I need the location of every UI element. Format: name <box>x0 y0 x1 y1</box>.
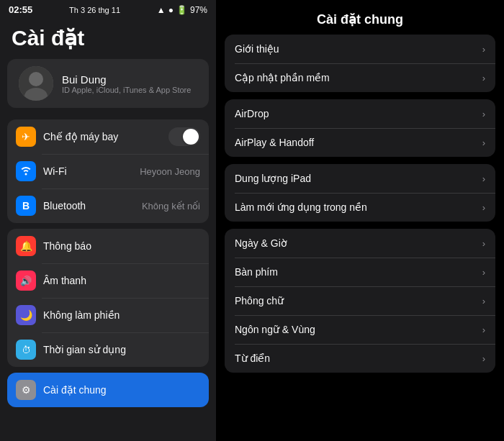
right-item-storage[interactable]: Dung lượng iPad › <box>225 164 495 193</box>
toggle-thumb <box>183 129 199 145</box>
storage-label: Dung lượng iPad <box>235 173 311 184</box>
user-info: Bui Dung ID Apple, iCloud, iTunes & App … <box>62 73 191 94</box>
right-item-airdrop[interactable]: AirDrop › <box>225 99 495 128</box>
battery-icon: 🔋 <box>176 5 187 15</box>
screentime-icon: ⏱ <box>22 345 31 355</box>
settings-item-sound[interactable]: 🔊 Âm thanh <box>7 263 209 298</box>
wifi-icon <box>20 165 32 178</box>
general-label: Cài đặt chung <box>43 384 200 396</box>
screentime-icon-box: ⏱ <box>16 340 36 360</box>
right-panel: Cài đặt chung Giới thiệu › Cập nhật phần… <box>216 0 504 441</box>
sound-label: Âm thanh <box>43 275 200 286</box>
wifi-status-icon: ▲ <box>157 5 166 15</box>
right-group-airdrop: AirDrop › AirPlay & Handoff › <box>225 99 495 157</box>
airdrop-label: AirDrop <box>235 108 269 119</box>
settings-list: ✈ Chế độ máy bay Wi-Fi Heyoon Jeong <box>0 119 216 441</box>
user-profile[interactable]: Bui Dung ID Apple, iCloud, iTunes & App … <box>7 59 209 108</box>
status-time: 02:55 <box>9 4 32 15</box>
background-refresh-chevron: › <box>482 202 485 213</box>
battery-percent: 97% <box>190 5 207 15</box>
right-group-about: Giới thiệu › Cập nhật phần mềm › <box>225 35 495 92</box>
airplay-chevron: › <box>482 137 485 148</box>
sound-icon-box: 🔊 <box>16 270 36 291</box>
airdrop-chevron: › <box>482 109 485 119</box>
keyboard-chevron: › <box>482 267 485 278</box>
settings-group-general: ⚙ Cài đặt chung <box>7 373 209 407</box>
right-item-background-refresh[interactable]: Làm mới ứng dụng trong nền › <box>225 193 495 222</box>
font-chevron: › <box>482 296 485 306</box>
airplane-toggle[interactable] <box>168 127 200 146</box>
settings-item-bluetooth[interactable]: B Bluetooth Không kết nối <box>7 188 209 223</box>
dnd-icon: 🌙 <box>20 309 32 321</box>
airplay-label: AirPlay & Handoff <box>235 137 314 148</box>
wifi-value: Heyoon Jeong <box>140 166 200 177</box>
right-item-keyboard[interactable]: Bàn phím › <box>225 258 495 286</box>
settings-item-wifi[interactable]: Wi-Fi Heyoon Jeong <box>7 154 209 188</box>
settings-group-connectivity: ✈ Chế độ máy bay Wi-Fi Heyoon Jeong <box>7 119 209 223</box>
right-header: Cài đặt chung <box>216 0 504 35</box>
notifications-label: Thông báo <box>43 240 200 252</box>
right-panel-title: Cài đặt chung <box>317 12 403 27</box>
bluetooth-label: Bluetooth <box>43 200 135 212</box>
language-label: Ngôn ngữ & Vùng <box>235 324 315 335</box>
settings-item-general[interactable]: ⚙ Cài đặt chung <box>7 373 209 407</box>
dnd-icon-box: 🌙 <box>16 305 36 325</box>
svg-point-1 <box>29 72 43 86</box>
dnd-label: Không làm phiền <box>43 309 200 321</box>
right-item-airplay[interactable]: AirPlay & Handoff › <box>225 128 495 157</box>
right-item-software-update[interactable]: Cập nhật phần mềm › <box>225 63 495 92</box>
right-group-locale: Ngày & Giờ › Bàn phím › Phông chữ › Ngôn… <box>225 229 495 373</box>
right-item-font[interactable]: Phông chữ › <box>225 286 495 315</box>
left-panel: 02:55 Th 3 26 thg 11 ▲ ● 🔋 97% Cài đặt B… <box>0 0 216 441</box>
general-icon: ⚙ <box>22 384 31 396</box>
sound-icon: 🔊 <box>20 276 32 286</box>
dictionary-label: Từ điển <box>235 353 270 364</box>
status-date: Th 3 26 thg 11 <box>69 6 120 14</box>
user-name: Bui Dung <box>62 73 191 86</box>
right-item-datetime[interactable]: Ngày & Giờ › <box>225 229 495 258</box>
background-refresh-label: Làm mới ứng dụng trong nền <box>235 201 367 213</box>
software-update-chevron: › <box>482 73 485 83</box>
language-chevron: › <box>482 324 485 335</box>
left-panel-title: Cài đặt <box>0 19 216 59</box>
avatar <box>19 66 53 101</box>
keyboard-label: Bàn phím <box>235 266 278 278</box>
avatar-image <box>19 66 53 101</box>
notifications-icon: 🔔 <box>20 240 32 252</box>
right-item-dictionary[interactable]: Từ điển › <box>225 344 495 373</box>
wifi-icon-box <box>16 161 36 181</box>
airplane-icon-box: ✈ <box>16 127 36 147</box>
airplane-label: Chế độ máy bay <box>43 131 161 142</box>
settings-item-airplane[interactable]: ✈ Chế độ máy bay <box>7 119 209 154</box>
general-icon-box: ⚙ <box>16 380 36 400</box>
user-subtitle: ID Apple, iCloud, iTunes & App Store <box>62 86 191 94</box>
font-label: Phông chữ <box>235 295 284 306</box>
right-item-about[interactable]: Giới thiệu › <box>225 35 495 63</box>
about-chevron: › <box>482 44 485 55</box>
storage-chevron: › <box>482 173 485 184</box>
right-group-storage: Dung lượng iPad › Làm mới ứng dụng trong… <box>225 164 495 222</box>
dictionary-chevron: › <box>482 353 485 364</box>
bluetooth-icon: B <box>22 200 30 212</box>
status-icons: ▲ ● 🔋 97% <box>157 5 207 15</box>
airplane-icon: ✈ <box>22 131 30 142</box>
settings-item-dnd[interactable]: 🌙 Không làm phiền <box>7 298 209 332</box>
software-update-label: Cập nhật phần mềm <box>235 72 330 83</box>
signal-icon: ● <box>168 5 174 15</box>
datetime-label: Ngày & Giờ <box>235 237 287 249</box>
right-item-language[interactable]: Ngôn ngữ & Vùng › <box>225 315 495 344</box>
notifications-icon-box: 🔔 <box>16 236 36 256</box>
settings-item-screentime[interactable]: ⏱ Thời gian sử dụng <box>7 332 209 367</box>
screentime-label: Thời gian sử dụng <box>43 344 200 355</box>
settings-item-notifications[interactable]: 🔔 Thông báo <box>7 229 209 263</box>
datetime-chevron: › <box>482 238 485 249</box>
right-content: Giới thiệu › Cập nhật phần mềm › AirDrop… <box>216 35 504 441</box>
status-bar: 02:55 Th 3 26 thg 11 ▲ ● 🔋 97% <box>0 0 216 19</box>
bluetooth-value: Không kết nối <box>142 201 200 212</box>
settings-group-notifications: 🔔 Thông báo 🔊 Âm thanh 🌙 Không làm phiền… <box>7 229 209 367</box>
about-label: Giới thiệu <box>235 43 279 55</box>
bluetooth-icon-box: B <box>16 196 36 216</box>
wifi-label: Wi-Fi <box>43 165 132 177</box>
